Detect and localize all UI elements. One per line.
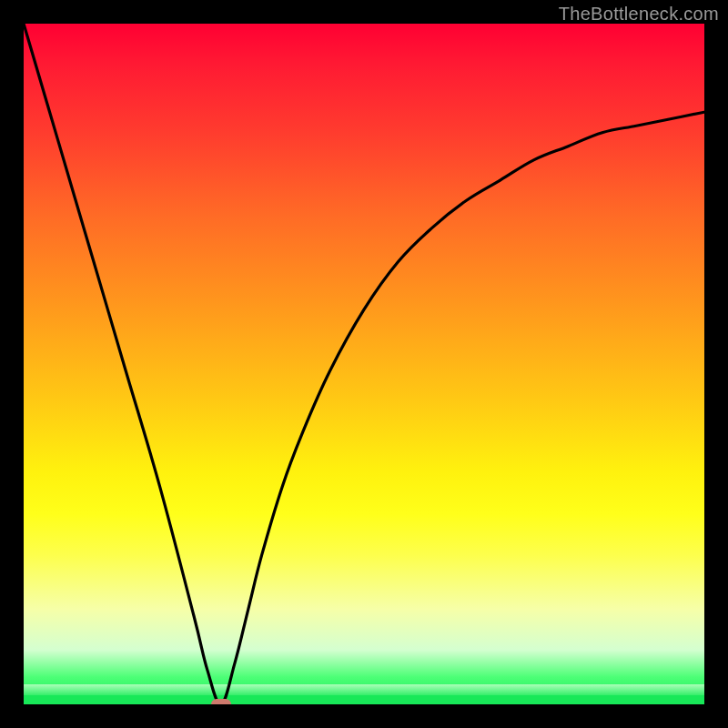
watermark-text: TheBottleneck.com [559, 4, 719, 25]
plot-area [24, 24, 704, 704]
chart-frame: TheBottleneck.com [0, 0, 728, 728]
optimum-marker [211, 699, 231, 704]
bottleneck-curve [24, 24, 704, 704]
